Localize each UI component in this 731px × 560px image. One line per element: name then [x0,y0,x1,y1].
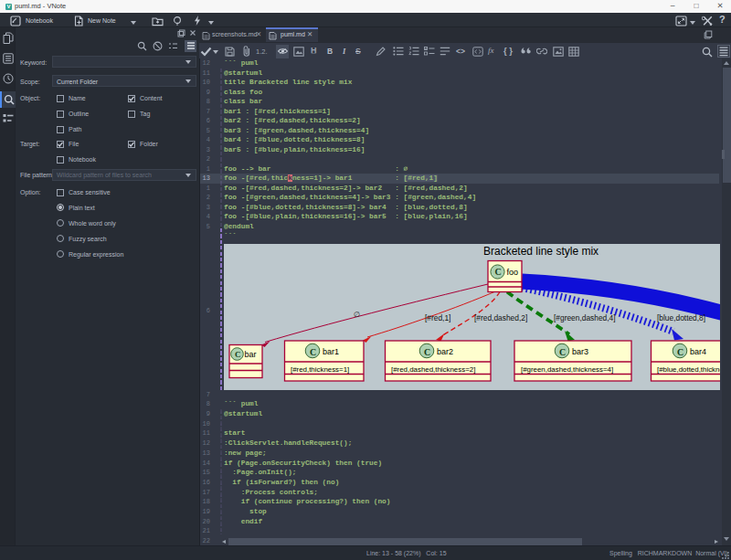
svg-text:C: C [495,267,502,277]
svg-text:bar: bar [245,349,257,358]
svg-text:bar4: bar4 [690,347,706,356]
svg-text:[blue,dotted,8]: [blue,dotted,8] [657,313,705,322]
svg-text:C: C [559,346,566,356]
svg-text:bar2: bar2 [437,347,453,356]
svg-text:[#red,dashed,thickness=2]: [#red,dashed,thickness=2] [391,365,475,374]
svg-text:bar3: bar3 [572,347,588,356]
svg-text:Bracketed line style mix: Bracketed line style mix [483,245,599,258]
svg-text:foo: foo [507,267,519,276]
svg-text:[#blue,dotted,thickness: [#blue,dotted,thickness [657,365,720,374]
svg-text:C: C [310,346,316,356]
svg-text:∅: ∅ [354,311,360,319]
svg-text:[#red,thickness=1]: [#red,thickness=1] [291,365,349,374]
svg-text:[#green,dashed,4]: [#green,dashed,4] [554,313,616,322]
svg-text:[#red,1]: [#red,1] [425,313,450,322]
svg-text:C: C [424,346,430,356]
svg-text:[#green,dashed,thickness=4]: [#green,dashed,thickness=4] [521,365,613,374]
svg-text:C: C [235,350,241,359]
svg-text:bar1: bar1 [323,347,339,356]
svg-text:[#red,dashed,2]: [#red,dashed,2] [474,313,527,322]
svg-text:C: C [677,346,683,356]
